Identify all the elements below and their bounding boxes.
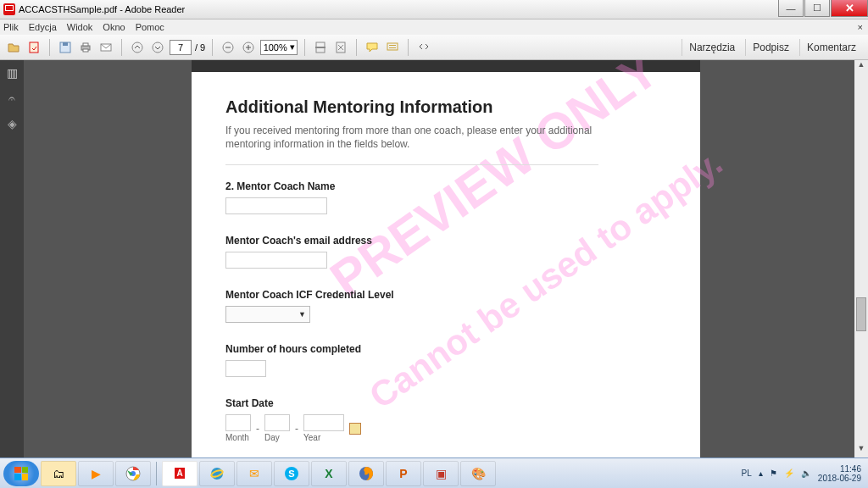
scroll-up-icon[interactable]: ▲	[854, 60, 868, 74]
menu-window[interactable]: Okno	[103, 22, 125, 32]
system-tray: PL ▴ ⚑ ⚡ 🔈 11:46 2018-06-29	[742, 464, 865, 483]
zoom-out-icon[interactable]	[220, 39, 236, 56]
taskbar-application[interactable]: ▣	[423, 461, 459, 486]
separator	[212, 39, 213, 56]
read-mode-icon[interactable]	[415, 39, 432, 56]
document-viewport: PREVIEW ONLY Cannot be used to apply. Ad…	[24, 60, 868, 458]
start-day-input[interactable]	[264, 414, 290, 431]
comment-link[interactable]: Komentarz	[799, 39, 863, 56]
taskbar-outlook[interactable]: ✉	[236, 461, 272, 486]
svg-rect-4	[83, 43, 88, 46]
svg-text:S: S	[288, 469, 294, 479]
svg-rect-5	[83, 49, 88, 52]
divider	[225, 164, 598, 165]
fit-page-icon[interactable]	[332, 39, 349, 56]
open-icon[interactable]	[5, 39, 22, 56]
clock[interactable]: 11:46 2018-06-29	[818, 464, 861, 483]
start-date-label: Start Date	[225, 397, 666, 409]
separator	[356, 39, 357, 56]
scrollbar-track[interactable]	[854, 60, 868, 458]
separator	[408, 39, 409, 56]
window-titlebar: ACCACSTHSample.pdf - Adobe Reader — ☐ ✕	[0, 0, 868, 19]
toolbar: / 9 100% ▾ Narzędzia Podpisz Komentarz	[0, 35, 868, 60]
mentor-email-input[interactable]	[225, 252, 327, 269]
menu-edit[interactable]: Edycja	[29, 22, 57, 32]
save-icon[interactable]	[57, 39, 74, 56]
svg-rect-0	[30, 42, 38, 53]
page-description: If you received mentoring from more than…	[225, 124, 598, 151]
email-icon[interactable]	[97, 39, 114, 56]
svg-rect-17	[387, 43, 398, 50]
menu-file[interactable]: Plik	[3, 22, 19, 32]
thumbnails-icon[interactable]: ▥	[4, 65, 19, 80]
close-button[interactable]: ✕	[831, 0, 868, 17]
page-title: Additional Mentoring Information	[225, 97, 666, 117]
comment-icon[interactable]	[364, 39, 381, 56]
menu-help[interactable]: Pomoc	[136, 22, 164, 32]
day-caption: Day	[264, 433, 280, 442]
svg-point-7	[132, 42, 142, 53]
separator	[121, 39, 122, 56]
separator	[49, 39, 50, 56]
doc-close-button[interactable]: ×	[858, 22, 868, 32]
separator	[304, 39, 305, 56]
window-title: ACCACSTHSample.pdf - Adobe Reader	[19, 4, 185, 14]
tray-show-hidden-icon[interactable]: ▴	[759, 469, 763, 478]
tray-action-center-icon[interactable]: ⚑	[770, 469, 777, 478]
taskbar-chrome[interactable]	[115, 461, 151, 486]
taskbar-powerpoint[interactable]: P	[386, 461, 421, 486]
menu-view[interactable]: Widok	[67, 22, 93, 32]
lang-indicator[interactable]: PL	[742, 469, 752, 478]
start-button[interactable]	[3, 461, 39, 486]
scrollbar-thumb[interactable]	[856, 297, 866, 331]
svg-rect-2	[63, 42, 68, 46]
layers-icon[interactable]: ◈	[4, 116, 19, 131]
taskbar-ie[interactable]	[199, 461, 235, 486]
zoom-level[interactable]: 100% ▾	[260, 40, 298, 55]
highlight-icon[interactable]	[384, 39, 401, 56]
taskbar-excel[interactable]: X	[311, 461, 347, 486]
start-year-input[interactable]	[303, 414, 344, 431]
app-icon	[3, 3, 15, 15]
tools-link[interactable]: Narzędzia	[682, 39, 742, 56]
zoom-in-icon[interactable]	[240, 39, 257, 56]
minimize-button[interactable]: —	[778, 0, 804, 17]
export-pdf-icon[interactable]	[25, 39, 42, 56]
month-caption: Month	[225, 433, 249, 442]
scroll-down-icon[interactable]: ▼	[854, 444, 868, 458]
sign-link[interactable]: Podpisz	[745, 39, 796, 56]
taskbar: 🗂 ▶ A ✉ S X P ▣ 🎨 PL ▴ ⚑ ⚡ 🔈 11:46 2018-…	[0, 458, 868, 488]
credential-level-select[interactable]: ▼	[225, 306, 310, 323]
taskbar-explorer[interactable]: 🗂	[41, 461, 76, 486]
svg-point-8	[153, 42, 163, 53]
taskbar-skype[interactable]: S	[274, 461, 309, 486]
credential-level-label: Mentor Coach ICF Credential Level	[225, 289, 666, 301]
taskbar-firefox[interactable]	[348, 461, 384, 486]
mentor-email-label: Mentor Coach's email address	[225, 235, 666, 247]
taskbar-adobe[interactable]: A	[162, 461, 198, 486]
tray-power-icon[interactable]: ⚡	[784, 469, 794, 478]
start-month-input[interactable]	[225, 414, 251, 431]
mentor-name-label: 2. Mentor Coach Name	[225, 180, 666, 192]
hours-input[interactable]	[225, 360, 266, 377]
hours-label: Number of hours completed	[225, 343, 666, 355]
page-total: / 9	[195, 42, 205, 53]
taskbar-paint[interactable]: 🎨	[460, 461, 496, 486]
page-up-icon[interactable]	[129, 39, 146, 56]
year-caption: Year	[303, 433, 320, 442]
side-panel: ▥ 𝄐 ◈	[0, 60, 24, 458]
fit-width-icon[interactable]	[312, 39, 329, 56]
page-down-icon[interactable]	[149, 39, 166, 56]
taskbar-media[interactable]: ▶	[78, 461, 114, 486]
page-number-input[interactable]	[170, 40, 192, 55]
tray-volume-icon[interactable]: 🔈	[801, 469, 811, 478]
mentor-name-input[interactable]	[225, 197, 327, 214]
maximize-button[interactable]: ☐	[804, 0, 830, 17]
attachments-icon[interactable]: 𝄐	[4, 91, 19, 106]
calendar-icon[interactable]	[349, 423, 361, 435]
menubar: Plik Edycja Widok Okno Pomoc ×	[0, 19, 868, 35]
svg-rect-15	[315, 47, 326, 48]
print-icon[interactable]	[77, 39, 94, 56]
svg-rect-19	[389, 47, 396, 48]
svg-rect-18	[389, 45, 396, 46]
